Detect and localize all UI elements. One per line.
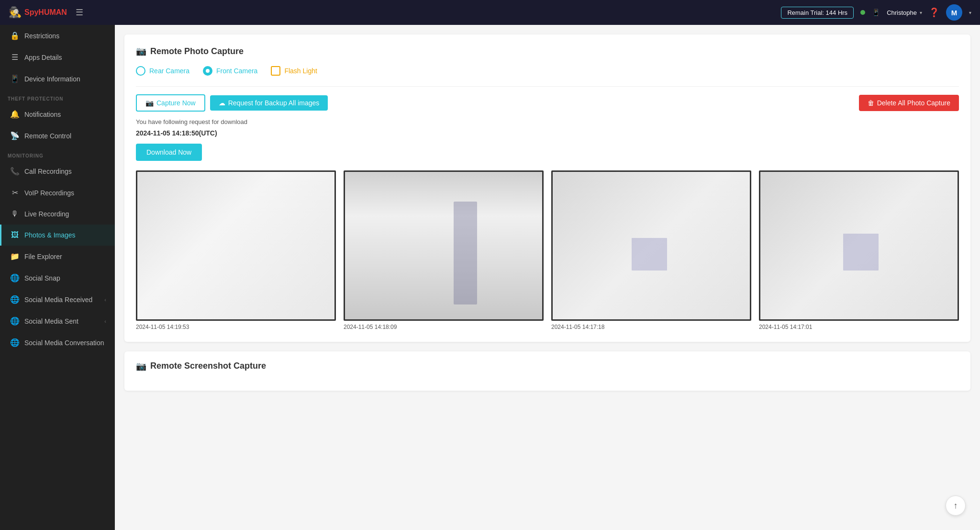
backup-icon: ☁ xyxy=(219,99,225,107)
flash-light-option[interactable]: Flash Light xyxy=(271,66,317,76)
sidebar-item-label: Social Media Sent xyxy=(24,317,100,325)
action-left: 📷 Capture Now ☁ Request for Backup All i… xyxy=(136,94,328,112)
flash-light-checkbox[interactable] xyxy=(271,66,280,76)
section-title-screenshot: 📷 Remote Screenshot Capture xyxy=(136,361,959,372)
delete-all-label: Delete All Photo Capture xyxy=(877,99,950,107)
photo-item: 2024-11-05 14:17:01 xyxy=(759,170,959,330)
camera-icon: 📷 xyxy=(136,46,146,56)
capture-now-button[interactable]: 📷 Capture Now xyxy=(136,94,205,112)
logo-text: SpyHUMAN xyxy=(24,8,67,17)
sidebar-item-label: Device Information xyxy=(24,75,106,83)
sidebar-item-label: Social Media Conversation xyxy=(24,339,106,347)
screenshot-title-text: Remote Screenshot Capture xyxy=(150,361,266,371)
topnav-left: 🕵 SpyHUMAN ☰ xyxy=(9,6,83,19)
social-conv-icon: 🌐 xyxy=(10,338,20,347)
photo-thumbnail[interactable] xyxy=(759,170,959,321)
logo-prefix: Spy xyxy=(24,8,38,16)
sidebar-item-notifications[interactable]: 🔔 Notifications xyxy=(0,103,115,125)
sidebar-item-apps-details[interactable]: ☰ Apps Details xyxy=(0,46,115,68)
main-layout: 🔒 Restrictions ☰ Apps Details 📱 Device I… xyxy=(0,25,980,530)
live-recording-icon: 🎙 xyxy=(10,210,20,218)
social-sent-icon: 🌐 xyxy=(10,316,20,326)
sidebar-item-label: Remote Control xyxy=(24,132,106,140)
remote-control-icon: 📡 xyxy=(10,131,20,140)
sidebar-item-file-explorer[interactable]: 📁 File Explorer xyxy=(0,246,115,267)
photo-thumbnail[interactable] xyxy=(551,170,751,321)
request-backup-button[interactable]: ☁ Request for Backup All images xyxy=(210,95,328,111)
sidebar-item-label: File Explorer xyxy=(24,253,106,260)
screenshot-capture-card: 📷 Remote Screenshot Capture xyxy=(124,351,970,391)
flash-light-label: Flash Light xyxy=(284,67,317,75)
logo-icon: 🕵 xyxy=(9,6,22,19)
apps-details-icon: ☰ xyxy=(10,53,20,62)
photo-timestamp: 2024-11-05 14:17:18 xyxy=(551,324,751,330)
photo-capture-card: 📷 Remote Photo Capture Rear Camera Front… xyxy=(124,34,970,342)
photos-icon: 🖼 xyxy=(10,231,20,239)
help-icon[interactable]: ❓ xyxy=(929,7,939,18)
call-recordings-icon: 📞 xyxy=(10,167,20,176)
sidebar-item-voip-recordings[interactable]: ✂ VoIP Recordings xyxy=(0,182,115,203)
sidebar: 🔒 Restrictions ☰ Apps Details 📱 Device I… xyxy=(0,25,115,530)
sidebar-item-label: Live Recording xyxy=(24,210,106,218)
camera-options: Rear Camera Front Camera Flash Light xyxy=(136,66,959,76)
section-title-photo-capture: 📷 Remote Photo Capture xyxy=(136,46,959,56)
front-camera-option[interactable]: Front Camera xyxy=(203,66,257,76)
sidebar-item-remote-control[interactable]: 📡 Remote Control xyxy=(0,125,115,147)
request-time: 2024-11-05 14:18:50(UTC) xyxy=(136,129,959,137)
sidebar-item-call-recordings[interactable]: 📞 Call Recordings xyxy=(0,160,115,182)
scroll-to-top-button[interactable]: ↑ xyxy=(946,496,966,516)
photo-thumbnail[interactable] xyxy=(344,170,544,321)
front-camera-radio[interactable] xyxy=(203,66,212,76)
sidebar-item-photos-images[interactable]: 🖼 Photos & Images xyxy=(0,225,115,246)
social-received-icon: 🌐 xyxy=(10,295,20,304)
logo: 🕵 SpyHUMAN xyxy=(9,6,67,19)
logo-suffix: HUMAN xyxy=(38,8,67,16)
download-now-button[interactable]: Download Now xyxy=(136,144,202,161)
social-snap-icon: 🌐 xyxy=(10,273,20,282)
photo-item: 2024-11-05 14:18:09 xyxy=(344,170,544,330)
top-navigation: 🕵 SpyHUMAN ☰ Remain Trial: 144 Hrs 📱 Chr… xyxy=(0,0,980,25)
notifications-icon: 🔔 xyxy=(10,110,20,119)
sidebar-item-live-recording[interactable]: 🎙 Live Recording xyxy=(0,203,115,225)
trash-icon: 🗑 xyxy=(868,99,874,107)
topnav-right: Remain Trial: 144 Hrs 📱 Christophe ▾ ❓ M… xyxy=(781,4,971,21)
sidebar-item-device-information[interactable]: 📱 Device Information xyxy=(0,68,115,90)
photo-item: 2024-11-05 14:19:53 xyxy=(136,170,336,330)
username-label: Christophe xyxy=(887,9,917,16)
sidebar-item-label: VoIP Recordings xyxy=(24,189,106,197)
action-row: 📷 Capture Now ☁ Request for Backup All i… xyxy=(136,94,959,112)
capture-now-icon: 📷 xyxy=(145,99,154,107)
photo-item: 2024-11-05 14:17:18 xyxy=(551,170,751,330)
hamburger-menu[interactable]: ☰ xyxy=(76,7,83,18)
delete-all-button[interactable]: 🗑 Delete All Photo Capture xyxy=(859,95,959,111)
photo-thumbnail[interactable] xyxy=(136,170,336,321)
photo-timestamp: 2024-11-05 14:17:01 xyxy=(759,324,959,330)
photo-timestamp: 2024-11-05 14:19:53 xyxy=(136,324,336,330)
user-menu[interactable]: Christophe ▾ xyxy=(887,9,922,16)
sidebar-item-label: Social Snap xyxy=(24,274,106,282)
sidebar-item-social-snap[interactable]: 🌐 Social Snap xyxy=(0,267,115,289)
rear-camera-option[interactable]: Rear Camera xyxy=(136,66,189,76)
sidebar-item-social-media-sent[interactable]: 🌐 Social Media Sent ‹ xyxy=(0,310,115,332)
photos-grid: 2024-11-05 14:19:53 2024-11-05 14:18:09 … xyxy=(136,170,959,330)
device-info-icon: 📱 xyxy=(10,74,20,83)
avatar-chevron-icon: ▾ xyxy=(969,10,971,15)
sidebar-item-social-media-received[interactable]: 🌐 Social Media Received ‹ xyxy=(0,289,115,310)
chevron-down-icon: ▾ xyxy=(920,10,922,15)
trial-badge: Remain Trial: 144 Hrs xyxy=(781,7,854,19)
chevron-right-icon: ‹ xyxy=(104,297,106,303)
file-explorer-icon: 📁 xyxy=(10,252,20,261)
sidebar-item-label: Social Media Received xyxy=(24,296,100,304)
sidebar-item-restrictions[interactable]: 🔒 Restrictions xyxy=(0,25,115,46)
main-content: 📷 Remote Photo Capture Rear Camera Front… xyxy=(115,25,980,530)
avatar[interactable]: M xyxy=(946,4,962,21)
request-text: You have following request for download xyxy=(136,118,959,125)
rear-camera-label: Rear Camera xyxy=(149,67,189,75)
section-title-text: Remote Photo Capture xyxy=(150,46,244,56)
screenshot-camera-icon: 📷 xyxy=(136,361,146,372)
sidebar-item-social-media-conversation[interactable]: 🌐 Social Media Conversation xyxy=(0,332,115,353)
request-backup-label: Request for Backup All images xyxy=(228,99,320,107)
section-label-monitoring: MONITORING xyxy=(0,147,115,160)
rear-camera-radio[interactable] xyxy=(136,66,145,76)
sidebar-item-label: Photos & Images xyxy=(24,231,106,239)
